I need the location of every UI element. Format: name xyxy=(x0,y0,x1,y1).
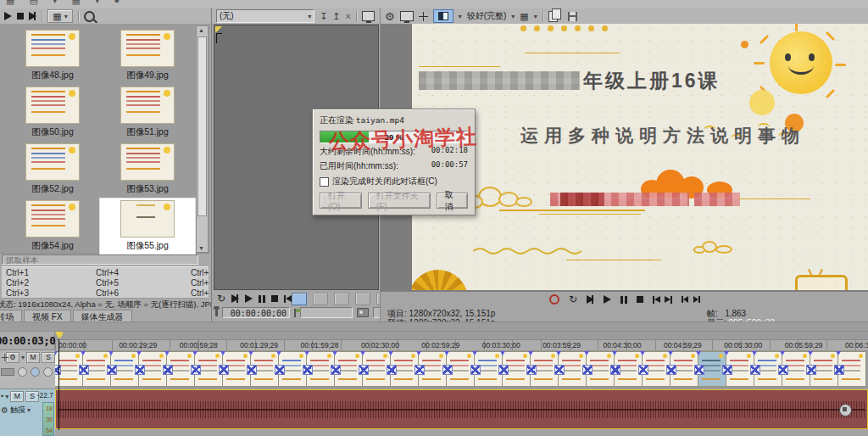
crossfade-icon[interactable] xyxy=(275,365,285,375)
crossfade-icon[interactable] xyxy=(834,365,844,375)
video-clip[interactable] xyxy=(838,351,866,387)
media-thumbnail[interactable]: 图像50.jpg xyxy=(5,85,100,142)
crossfade-icon[interactable] xyxy=(666,365,676,375)
previous-frame-button[interactable] xyxy=(682,296,683,303)
media-thumbnail[interactable]: 图像51.jpg xyxy=(100,85,195,142)
scrollbar-thumb[interactable] xyxy=(198,36,207,216)
disabled-tool-button[interactable] xyxy=(355,293,370,305)
crossfade-icon[interactable] xyxy=(331,365,341,375)
crossfade-icon[interactable] xyxy=(79,365,89,375)
record-icon[interactable]: ● xyxy=(114,0,120,5)
video-solo-button[interactable]: S xyxy=(42,352,55,363)
video-mute-button[interactable]: M xyxy=(26,352,40,363)
view-mode-button[interactable]: ▦ ▾ xyxy=(47,9,73,23)
crossfade-icon[interactable] xyxy=(135,365,145,375)
cursor-timecode[interactable]: 00:00:03;00 xyxy=(0,332,54,349)
chevron-down-icon[interactable]: ▾ xyxy=(21,354,25,361)
gear-icon[interactable]: ⚙ xyxy=(385,12,395,21)
record-button[interactable] xyxy=(549,294,559,305)
crossfade-icon[interactable] xyxy=(498,365,509,375)
pause-button[interactable] xyxy=(620,296,627,304)
trimmer-preset-dropdown[interactable]: (无) ▾ xyxy=(216,9,314,23)
play-from-start-button[interactable] xyxy=(587,295,594,304)
grid-overlay-icon[interactable]: ▦ xyxy=(520,12,528,21)
audio-mute-button[interactable]: M xyxy=(10,391,24,402)
media-thumbnail[interactable]: 图像48.jpg xyxy=(5,28,100,85)
selection-start-field[interactable] xyxy=(300,307,353,318)
crossfade-icon[interactable] xyxy=(750,365,760,375)
close-dialog-checkbox[interactable] xyxy=(320,177,329,187)
crossfade-icon[interactable] xyxy=(694,365,704,375)
paste-icon[interactable]: ▦ xyxy=(6,0,14,6)
load-marker-icon[interactable]: ↥ xyxy=(332,12,340,21)
crossfade-icon[interactable] xyxy=(638,365,648,375)
stop-button[interactable] xyxy=(637,296,643,303)
crossfade-icon[interactable] xyxy=(247,365,257,375)
dropdown-icon[interactable]: ▾ xyxy=(53,0,58,6)
crossfade-icon[interactable] xyxy=(610,365,620,375)
timeline-cursor[interactable] xyxy=(58,339,59,430)
crossfade-icon[interactable] xyxy=(778,365,788,375)
play-button[interactable] xyxy=(4,12,12,20)
go-to-start-button[interactable] xyxy=(284,295,286,303)
grid-icon[interactable]: ▦ xyxy=(72,0,81,6)
media-thumbnail[interactable]: 图像49.jpg xyxy=(100,28,195,85)
preview-play-button[interactable] xyxy=(29,12,36,20)
bullet-icon[interactable]: • xyxy=(1,392,3,401)
save-frame-icon[interactable] xyxy=(568,12,577,21)
dock-tab[interactable]: 转场 xyxy=(0,310,22,322)
crossfade-icon[interactable] xyxy=(806,365,816,375)
crossfade-icon[interactable] xyxy=(554,365,565,375)
audio-envelope-icon[interactable] xyxy=(839,404,852,416)
delete-icon[interactable]: × xyxy=(346,12,351,21)
crossfade-icon[interactable] xyxy=(415,365,425,375)
media-thumbnail[interactable]: 图像55.jpg xyxy=(100,198,195,255)
dock-tab[interactable]: 媒体生成器 xyxy=(73,310,132,322)
chevron-down-icon[interactable]: ▾ xyxy=(27,406,31,414)
crossfade-icon[interactable] xyxy=(359,365,369,375)
media-scrollbar[interactable] xyxy=(196,25,209,253)
search-icon[interactable] xyxy=(84,11,95,22)
chevron-down-icon[interactable]: ▾ xyxy=(534,13,537,20)
crossfade-icon[interactable] xyxy=(722,365,732,375)
composite-mode-icon[interactable] xyxy=(18,367,27,377)
go-to-end-button[interactable] xyxy=(670,296,672,304)
list-icon[interactable]: ▤ xyxy=(29,0,37,6)
play-button[interactable] xyxy=(245,294,253,303)
copy-frame-icon[interactable] xyxy=(548,11,558,22)
open-button[interactable]: 打开(O) xyxy=(320,193,362,209)
open-folder-button[interactable]: 打开文件夹(F) xyxy=(368,193,431,209)
stop-button[interactable] xyxy=(17,13,24,20)
automation-gear-icon[interactable]: ⚙ xyxy=(1,405,8,415)
chevron-down-icon[interactable]: ▾ xyxy=(511,13,515,20)
dock-tab[interactable]: 视频 FX xyxy=(24,310,71,322)
audio-gain-value[interactable]: -22.7 xyxy=(37,391,53,400)
preview-quality-button[interactable] xyxy=(433,9,453,23)
external-monitor-icon[interactable] xyxy=(400,11,414,21)
crossfade-icon[interactable] xyxy=(442,365,453,375)
preview-quality-label[interactable]: 较好(完整) xyxy=(467,10,507,22)
create-subclip-button[interactable] xyxy=(292,293,307,305)
crossfade-icon[interactable] xyxy=(526,365,537,375)
crossfade-icon[interactable] xyxy=(470,365,481,375)
stop-button[interactable] xyxy=(271,295,278,302)
disabled-tool-button[interactable] xyxy=(313,293,328,305)
cancel-button[interactable]: 取消 xyxy=(437,193,468,209)
monitor-icon[interactable] xyxy=(362,11,375,21)
dropdown-icon[interactable]: ▾ xyxy=(95,0,100,6)
loop-playback-icon[interactable]: ↻ xyxy=(217,293,225,304)
crossfade-icon[interactable] xyxy=(163,365,173,375)
media-thumbnail[interactable]: 图像54.jpg xyxy=(5,198,100,255)
media-thumbnail[interactable]: 图像53.jpg xyxy=(100,142,195,198)
crossfade-icon[interactable] xyxy=(219,365,229,375)
level-slider[interactable] xyxy=(1,368,14,376)
go-to-start-button[interactable] xyxy=(653,296,654,304)
crossfade-icon[interactable] xyxy=(582,365,593,375)
audio-track-clip[interactable] xyxy=(55,389,868,429)
next-frame-button[interactable] xyxy=(698,296,700,303)
crossfade-icon[interactable] xyxy=(107,365,117,375)
grab-sample-field[interactable]: 抓取样本 xyxy=(2,254,198,265)
trimmer-timecode-field[interactable]: 00:00:00;00 xyxy=(222,307,290,318)
marker-strip[interactable] xyxy=(55,332,868,340)
track-motion-icon[interactable] xyxy=(1,354,3,361)
